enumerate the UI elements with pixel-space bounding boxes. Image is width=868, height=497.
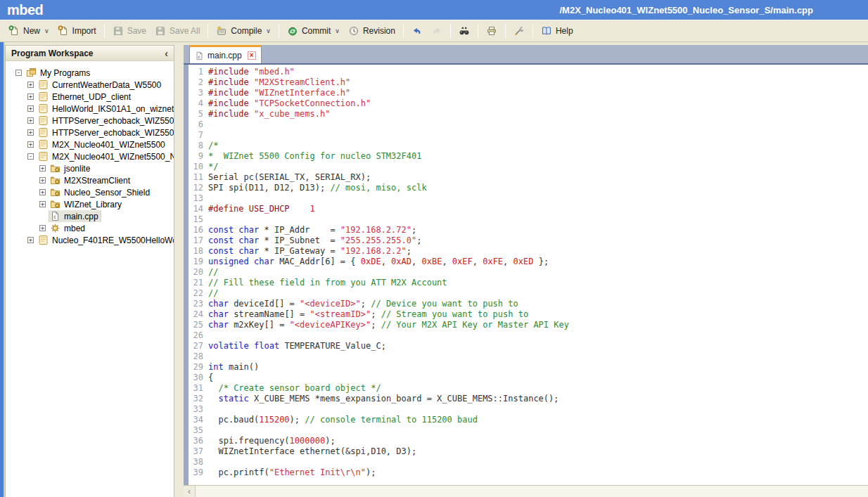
expand-toggle-icon[interactable]: + [27, 105, 34, 112]
compile-button-label: Compile [231, 26, 262, 36]
editor-left-strip [184, 65, 189, 485]
panel-header: Program Workspace ‹ [6, 46, 174, 61]
undo-button[interactable] [407, 23, 427, 39]
chevron-down-icon[interactable]: ∨ [44, 27, 49, 34]
revision-button[interactable]: Revision [344, 23, 400, 39]
print-button[interactable] [482, 23, 502, 39]
tree-item-mbed[interactable]: +mbed [6, 222, 174, 234]
expand-toggle-icon[interactable]: + [27, 93, 34, 100]
library-icon [50, 163, 60, 174]
tab-label: main.cpp [208, 51, 242, 60]
code-text: #define USE_DHCP 1 [208, 204, 315, 214]
code-text: pc.printf("Ethernet Init\r\n"); [208, 467, 376, 478]
line-number: 24 [189, 309, 208, 320]
tree-item-label: main.cpp [64, 212, 98, 221]
tree-item-jsonlite[interactable]: +jsonlite [6, 162, 174, 174]
code-line: 19unsigned char MAC_Addr[6] = { 0xDE, 0x… [189, 257, 868, 267]
chevron-down-icon[interactable]: ∨ [266, 27, 271, 34]
tree-item-body[interactable]: CurrentWeatherData_W5500 [37, 79, 163, 91]
tree-item-body[interactable]: cmain.cpp [49, 210, 101, 222]
expand-toggle-icon[interactable]: + [39, 201, 46, 207]
code-editor[interactable]: 1#include "mbed.h"2#include "M2XStreamCl… [184, 65, 868, 485]
import-button[interactable]: Import [53, 23, 101, 39]
new-button[interactable]: New∨ [4, 23, 53, 39]
code-text: char streamName[] = "<streamID>"; // Str… [208, 309, 528, 320]
tree-item-httpserver-echoback-wiz550iopart2[interactable]: +HTTPServer_echoback_WIZ550iopart2 [6, 127, 174, 138]
code-text: char m2xKey[] = "<deviceAPIKey>"; // You… [208, 320, 569, 330]
code-line: 5#include "x_cube_mems.h" [189, 109, 868, 120]
tree-item-body[interactable]: M2X_Nucleo401_WIZnet5500_Nucleo_ [37, 150, 174, 162]
toolbar-separator [403, 24, 404, 38]
tree-item-body[interactable]: HTTPServer_echoback_WIZ550io [37, 115, 174, 127]
tree-item-body[interactable]: HTTPServer_echoback_WIZ550iopart2 [37, 127, 174, 138]
expand-toggle-icon[interactable]: + [39, 189, 46, 195]
line-number: 14 [189, 204, 208, 214]
expand-toggle-icon[interactable]: + [39, 165, 46, 172]
tree-item-body[interactable]: Nucleo_Sensor_Shield [49, 186, 152, 198]
tree-item-ethernet-udp-client[interactable]: +Ethernet_UDP_client [6, 91, 174, 103]
expand-toggle-icon[interactable]: + [39, 177, 46, 183]
line-number: 22 [189, 288, 208, 299]
tree-item-wiznet-library[interactable]: +WIZnet_Library [6, 198, 174, 210]
expand-toggle-icon[interactable]: + [39, 225, 46, 231]
line-number: 20 [189, 267, 208, 278]
tree-item-m2x-nucleo401-wiznet5500[interactable]: +M2X_Nucleo401_WIZnet5500 [6, 138, 174, 150]
save-all-button[interactable]: Save All [151, 23, 204, 39]
tree-item-main-cpp[interactable]: +cmain.cpp [6, 210, 174, 222]
tree-item-nucleo-sensor-shield[interactable]: +Nucleo_Sensor_Shield [6, 186, 174, 198]
close-icon[interactable]: × [248, 51, 256, 60]
program-icon [38, 139, 49, 150]
tree-item-httpserver-echoback-wiz550io[interactable]: +HTTPServer_echoback_WIZ550io [6, 115, 174, 127]
tree-item-body[interactable]: My Programs [25, 67, 92, 79]
tree-item-body[interactable]: Nucleo_F401RE_W5500HelloWorld [37, 234, 174, 246]
program-icon [38, 151, 49, 162]
expand-toggle-icon[interactable]: + [27, 117, 34, 124]
chevron-left-icon[interactable]: ‹ [184, 486, 196, 497]
code-line: 33 [189, 404, 868, 415]
compile-button[interactable]: Compile∨ [212, 23, 275, 39]
tree-item-body[interactable]: WIZnet_Library [49, 198, 124, 210]
tree-item-my-programs[interactable]: -My Programs [6, 67, 174, 79]
chevron-left-icon[interactable]: ‹ [165, 49, 168, 58]
tree-item-helloworld-iks01a1-on-wiznet[interactable]: +HelloWorld_IKS01A1_on_wiznet [6, 103, 174, 115]
tree-item-label: mbed [64, 224, 85, 233]
redo-button[interactable] [427, 23, 447, 39]
find-button[interactable] [454, 23, 474, 39]
expand-toggle-icon[interactable]: + [27, 82, 34, 88]
code-text: /* [208, 141, 218, 151]
code-text: spi.frequency(1000000); [208, 436, 336, 446]
help-button[interactable]: Help [537, 23, 577, 39]
save-button[interactable]: Save [108, 23, 151, 39]
tree-item-body[interactable]: jsonlite [49, 162, 92, 174]
expand-toggle-icon[interactable]: + [27, 237, 34, 243]
tree-item-body[interactable]: Ethernet_UDP_client [37, 91, 133, 103]
expand-toggle-icon[interactable]: + [27, 141, 34, 148]
code-text: unsigned char MAC_Addr[6] = { 0xDE, 0xAD… [208, 257, 549, 267]
code-text: SPI spi(D11, D12, D13); // mosi, miso, s… [208, 183, 427, 193]
toolbar-separator [532, 24, 533, 38]
expand-toggle-icon[interactable]: + [27, 129, 34, 136]
tree-item-m2x-nucleo401-wiznet5500-nucleo-[interactable]: -M2X_Nucleo401_WIZnet5500_Nucleo_ [6, 150, 174, 162]
horizontal-scrollbar[interactable]: ‹ [184, 485, 868, 497]
tree-item-nucleo-f401re-w5500helloworld[interactable]: +Nucleo_F401RE_W5500HelloWorld [6, 234, 174, 246]
tree-item-body[interactable]: mbed [49, 222, 87, 234]
tools-button[interactable] [509, 23, 529, 39]
mbed-logo[interactable]: mbed [7, 2, 43, 18]
line-number: 32 [189, 394, 208, 404]
commit-button[interactable]: Commit∨ [283, 23, 344, 39]
tree-item-body[interactable]: M2XStreamClient [49, 174, 132, 186]
line-number: 11 [189, 172, 208, 183]
collapse-toggle-icon[interactable]: - [15, 70, 22, 76]
tree-item-currentweatherdata-w5500[interactable]: +CurrentWeatherData_W5500 [6, 79, 174, 91]
chevron-down-icon[interactable]: ∨ [335, 27, 340, 34]
line-number: 5 [189, 109, 208, 120]
toolbar-separator [478, 24, 478, 38]
code-line: 27volatile float TEMPERATURE_Value_C; [189, 341, 868, 351]
tree-item-body[interactable]: HelloWorld_IKS01A1_on_wiznet [37, 103, 174, 115]
tree-item-m2xstreamclient[interactable]: +M2XStreamClient [6, 174, 174, 186]
tree-item-body[interactable]: M2X_Nucleo401_WIZnet5500 [37, 138, 167, 150]
collapse-toggle-icon[interactable]: - [27, 153, 34, 160]
tab-main-cpp[interactable]: cmain.cpp× [189, 45, 262, 63]
line-number: 33 [189, 404, 208, 415]
code-line: 4#include "TCPSocketConnection.h" [189, 98, 868, 109]
